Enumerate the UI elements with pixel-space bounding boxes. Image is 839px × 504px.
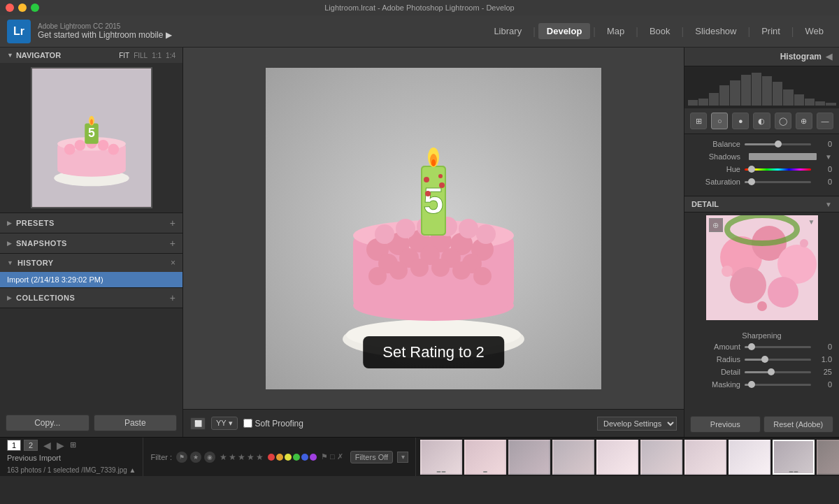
zoom-fit[interactable]: FIT [119,52,129,59]
navigator-thumbnail[interactable]: 5 [0,63,182,213]
filters-off-button[interactable]: Filters Off [350,451,393,463]
amount-thumb[interactable] [748,343,755,350]
presets-add-button[interactable]: + [170,217,175,229]
filmstrip-thumb-6[interactable] [640,440,682,475]
saturation-track[interactable] [745,181,811,183]
collections-header[interactable]: ▶ Collections + [0,288,182,308]
zoom-fill[interactable]: FILL [134,52,148,59]
graduated-filter-tool[interactable]: ◐ [753,113,770,129]
minus-tool[interactable]: — [817,113,833,129]
balance-thumb[interactable] [775,141,782,147]
filmstrip-thumb-3[interactable] [508,440,550,475]
nav-map[interactable]: Map [598,23,633,39]
zoom-1-4[interactable]: 1:4 [166,52,175,59]
adjustment-brush-tool[interactable]: ⊕ [796,113,812,129]
rating-star-3[interactable]: ★ [238,452,245,462]
filters-dropdown-button[interactable]: ▾ [397,452,408,463]
minimize-window-button[interactable] [18,3,27,12]
crop-tool[interactable]: ⊞ [690,113,707,129]
rating-star-1[interactable]: ★ [220,452,227,462]
filmstrip-next-nav[interactable]: ▶ [57,440,64,451]
filter-blue[interactable] [301,454,308,461]
masking-thumb[interactable] [748,381,755,388]
shadows-track[interactable] [749,153,817,160]
filter-purple[interactable] [310,454,317,461]
filmstrip-count-label[interactable]: 163 photos / 1 selected /IMG_7339.jpg ▲ [7,466,136,474]
nav-library[interactable]: Library [485,23,530,39]
shadows-expand-icon[interactable]: ▼ [825,153,832,161]
detail-thumb-nav-icon[interactable]: ⊕ [709,218,723,232]
close-window-button[interactable] [6,3,14,12]
rejected-icon[interactable]: ✗ [337,452,343,461]
nav-slideshow[interactable]: Slideshow [687,23,745,39]
filmstrip-thumb-2[interactable] [464,440,506,475]
nav-book[interactable]: Book [641,23,679,39]
mobile-label[interactable]: Get started with Lightroom mobile ▶ [38,30,172,40]
develop-options-select[interactable]: Develop Settings [597,417,677,431]
zoom-1-1[interactable]: 1:1 [152,52,162,59]
detail-expand-icon[interactable]: ▼ [808,218,815,226]
radius-thumb[interactable] [761,356,768,363]
radial-filter-tool[interactable]: ◯ [775,113,791,129]
filmstrip-thumb-8[interactable] [729,440,770,475]
page-1[interactable]: 1 [7,440,21,451]
filter-star-icon[interactable]: ★ [190,452,201,463]
filter-yellow[interactable] [285,454,292,461]
filmstrip-thumb-9[interactable] [773,440,815,475]
detail-header[interactable]: Detail ▼ [684,196,839,213]
histogram-collapse-icon[interactable]: ◀ [826,52,832,62]
snapshots-header[interactable]: ▶ Snapshots + [0,233,182,253]
rating-star-4[interactable]: ★ [247,452,254,462]
snapshots-add-button[interactable]: + [170,238,175,249]
presets-header[interactable]: ▶ Presets + [0,213,182,233]
filmstrip-thumb-1[interactable] [420,440,462,475]
saturation-thumb[interactable] [748,178,755,185]
filter-green[interactable] [293,454,300,461]
flagged-icon[interactable]: ⚑ [321,452,328,461]
detail-slider-thumb[interactable] [768,368,775,375]
filmstrip-thumb-4[interactable] [552,440,594,475]
history-header[interactable]: ▼ History × [0,254,182,272]
collections-add-button[interactable]: + [170,292,175,303]
radius-track[interactable] [745,359,811,361]
paste-button[interactable]: Paste [94,415,178,431]
redeye-tool[interactable]: ● [732,113,749,129]
filter-flag-icon[interactable]: ⚑ [176,452,187,463]
window-controls[interactable] [6,3,39,12]
page-2[interactable]: 2 [24,440,38,451]
filmstrip-thumb-10[interactable] [817,440,839,475]
filter-color-icon[interactable]: ◉ [204,452,215,463]
heal-tool[interactable]: ○ [711,113,728,129]
nav-web[interactable]: Web [797,23,833,39]
previous-button[interactable]: Previous [690,416,761,433]
masking-label: Masking [691,380,740,389]
filmstrip-prev-nav[interactable]: ◀ [43,440,51,451]
view-single-button[interactable]: ⬜ [190,417,206,430]
hue-thumb[interactable] [748,166,755,173]
balance-track[interactable] [745,143,811,145]
photo-view[interactable]: 5 Set Rating to 2 [183,48,684,409]
nav-develop[interactable]: Develop [538,23,591,39]
filmstrip-thumb-7[interactable] [684,440,726,475]
filmstrip-thumb-5[interactable] [596,440,638,475]
filter-red[interactable] [268,454,275,461]
rating-star-5[interactable]: ★ [256,452,264,462]
hue-track[interactable] [745,168,811,171]
history-close-button[interactable]: × [171,258,175,268]
detail-slider-track[interactable] [745,371,811,373]
masking-track[interactable] [745,384,811,386]
filter-orange[interactable] [276,454,283,461]
unflagged-icon[interactable]: □ [330,452,335,461]
filmstrip-grid-icon[interactable]: ⊞ [70,440,76,449]
rating-star-2[interactable]: ★ [229,452,236,462]
amount-track[interactable] [745,346,811,348]
reset-button[interactable]: Reset (Adobe) [763,416,834,433]
nav-print[interactable]: Print [753,23,789,39]
history-item-import[interactable]: Import (2/14/18 3:29:02 PM) [0,272,182,287]
detail-thumbnail: ⊕ ▼ [706,215,818,320]
soft-proof-checkbox[interactable] [243,419,252,428]
date-select[interactable]: YY ▾ [211,417,238,430]
copy-button[interactable]: Copy... [6,415,89,431]
navigator-header[interactable]: ▼ Navigator FIT FILL 1:1 1:4 [0,48,182,63]
maximize-window-button[interactable] [31,3,39,12]
